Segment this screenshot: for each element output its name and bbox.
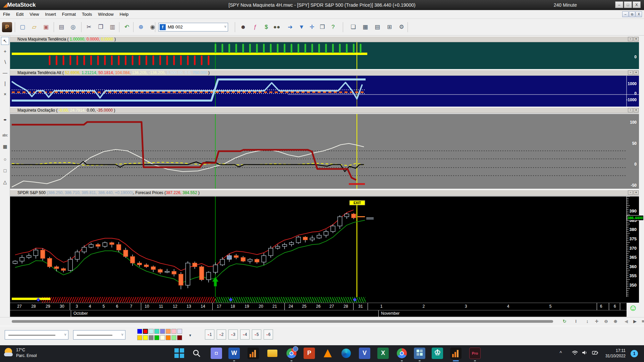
tray-chevron-icon[interactable]: ^ [559, 350, 562, 356]
what-is-icon[interactable]: ? [328, 23, 338, 32]
taskbar-powerpoint-icon[interactable]: P [304, 348, 315, 359]
color-swatch[interactable] [143, 335, 148, 340]
menu-edit[interactable]: Edit [13, 10, 26, 18]
close-button[interactable]: X [633, 1, 641, 8]
maquineta-tendencia-alt-close-button[interactable]: × [634, 70, 639, 75]
page-right-icon[interactable]: ▶ [631, 318, 639, 325]
mdi-close-button[interactable]: X [636, 11, 642, 17]
menu-file[interactable]: File [0, 10, 13, 18]
color-swatch[interactable] [160, 335, 165, 340]
nova-maquineta-tendencia-maximize-button[interactable]: ▫ [628, 37, 633, 41]
taskbar-edge-icon[interactable] [340, 348, 352, 359]
taskbar-metastock-icon[interactable] [248, 348, 259, 359]
notification-badge[interactable]: 1 [631, 350, 638, 357]
color-swatch[interactable] [154, 335, 159, 340]
color-swatch[interactable] [137, 329, 142, 334]
dollar-icon[interactable]: $ [261, 23, 271, 32]
binoculars-icon[interactable]: ●● [272, 23, 282, 32]
chart-preset-button-6[interactable]: ⌁6 [264, 329, 273, 340]
spdr-sp500-maximize-button[interactable]: ▫ [628, 190, 633, 195]
color-swatch[interactable] [160, 329, 165, 334]
indicator-builder-icon[interactable]: ƒ [250, 23, 260, 32]
taskbar-word-icon[interactable]: W [228, 348, 240, 359]
tile-vertical-icon[interactable]: ⊞ [384, 23, 394, 32]
date-axis-days[interactable]: 2728293034567101112131417181920212425262… [10, 303, 627, 310]
taskbar-visio-icon[interactable]: V [359, 348, 370, 359]
taskbar-start-icon[interactable] [174, 348, 185, 359]
refresh-icon[interactable]: ↻ [561, 318, 568, 325]
horizontal-line-tool-icon[interactable]: — [1, 69, 9, 77]
taskbar-explorer-icon[interactable] [267, 348, 278, 359]
date-axis-months[interactable]: OctoberNovember [10, 310, 627, 317]
ellipse-tool-icon[interactable]: ○ [1, 156, 9, 164]
chart-preset-button-5[interactable]: ⌁5 [252, 329, 261, 340]
menu-format[interactable]: Format [59, 10, 79, 18]
menu-tools[interactable]: Tools [79, 10, 95, 18]
explorer-icon[interactable]: ☻ [238, 23, 248, 32]
nova-maquineta-tendencia-close-button[interactable]: × [634, 37, 639, 41]
text-tool-icon[interactable]: abc [1, 131, 9, 139]
zoom-dots-icon[interactable]: ◉ [148, 23, 158, 32]
taskbar-pro-icon[interactable]: Pro [469, 348, 481, 359]
taskbar-chrome2-icon[interactable] [396, 348, 408, 359]
color-swatch[interactable] [143, 329, 148, 334]
color-swatch[interactable] [177, 329, 182, 334]
zoom-out-icon[interactable]: ⊖ [602, 318, 610, 325]
crosshair-tool-icon[interactable]: + [1, 48, 9, 56]
triangle-tool-icon[interactable]: △ [1, 178, 9, 186]
trendline-tool-icon[interactable]: ∖ [1, 58, 9, 66]
taskbar-calculator-icon[interactable] [414, 348, 425, 359]
crosshair-icon[interactable]: ⊕ [136, 23, 146, 32]
line-style-combo[interactable]: ˅ [5, 330, 68, 340]
maquineta-tendencia-alt-maximize-button[interactable]: ▫ [628, 70, 633, 75]
print-preview-icon[interactable]: ◎ [68, 23, 78, 32]
mdi-restore-button[interactable]: ⧉ [629, 11, 635, 17]
color-swatch[interactable] [137, 335, 142, 340]
tendencia-alt-chart[interactable] [10, 76, 639, 107]
tile-horizontal-icon[interactable]: ▤ [372, 23, 382, 32]
color-swatch[interactable] [149, 335, 154, 340]
taskbar-chess-icon[interactable]: ♔ [432, 348, 443, 359]
cascade-icon[interactable]: ❏ [348, 23, 358, 32]
color-swatch[interactable] [166, 335, 171, 340]
chart-preset-button-3[interactable]: ⌁3 [228, 329, 238, 340]
color-swatch[interactable] [177, 335, 182, 340]
color-swatch[interactable] [149, 329, 154, 334]
chart-preset-button-4[interactable]: ⌁4 [240, 329, 250, 340]
tendencia-ribbon-chart[interactable] [10, 42, 629, 69]
menu-window[interactable]: Window [95, 10, 116, 18]
open-chart-icon[interactable]: ▱ [29, 23, 39, 32]
maquineta-oscilacao-maximize-button[interactable]: ▫ [628, 108, 633, 112]
move-icon[interactable]: ✛ [593, 318, 600, 325]
taskbar-metastock-active-icon[interactable] [450, 348, 462, 359]
copy-icon[interactable]: ❐ [96, 23, 106, 32]
chevron-down-icon[interactable]: ˅ [224, 24, 226, 28]
vertical-zoom-icon[interactable]: ↕ [584, 318, 591, 325]
cut-icon[interactable]: ✂ [84, 23, 94, 32]
mdi-minimize-button[interactable]: – [622, 11, 629, 17]
color-swatch[interactable] [166, 329, 171, 334]
paste-icon[interactable]: ▥ [107, 23, 117, 32]
menu-insert[interactable]: Insert [42, 10, 59, 18]
horizontal-scrollbar[interactable] [12, 320, 553, 323]
line-weight-combo[interactable]: ˅ [73, 330, 125, 340]
zoom-in-icon[interactable]: ⊕ [612, 318, 619, 325]
grid-tool-icon[interactable]: ▦ [1, 143, 9, 151]
chart-preset-button-1[interactable]: ⌁1 [205, 329, 214, 340]
maquineta-oscilacao-close-button[interactable]: × [634, 108, 639, 112]
vertical-line-tool-icon[interactable]: | [1, 80, 9, 88]
color-swatch[interactable] [171, 335, 176, 340]
chevron-down-icon[interactable]: ˅ [64, 333, 66, 337]
layout-combo[interactable]: f MB 002 ˅ [158, 23, 228, 32]
inspect-icon[interactable]: ✛ [307, 23, 317, 32]
rectangle-tool-icon[interactable]: □ [1, 167, 9, 175]
scroll-arrows-tool-icon[interactable]: ◂▸ [1, 116, 9, 124]
delete-tool-icon[interactable]: × [1, 90, 9, 99]
chart-preset-button-2[interactable]: ⌁2 [217, 329, 226, 340]
options-gear-icon[interactable]: ⚙ [396, 23, 407, 32]
maximize-button[interactable]: □ [624, 1, 632, 8]
list-icon[interactable]: ≡ [639, 318, 644, 325]
print-icon[interactable]: ▤ [56, 23, 66, 32]
minimize-button[interactable]: – [615, 1, 623, 8]
page-left-icon[interactable]: ◀ [623, 318, 630, 325]
